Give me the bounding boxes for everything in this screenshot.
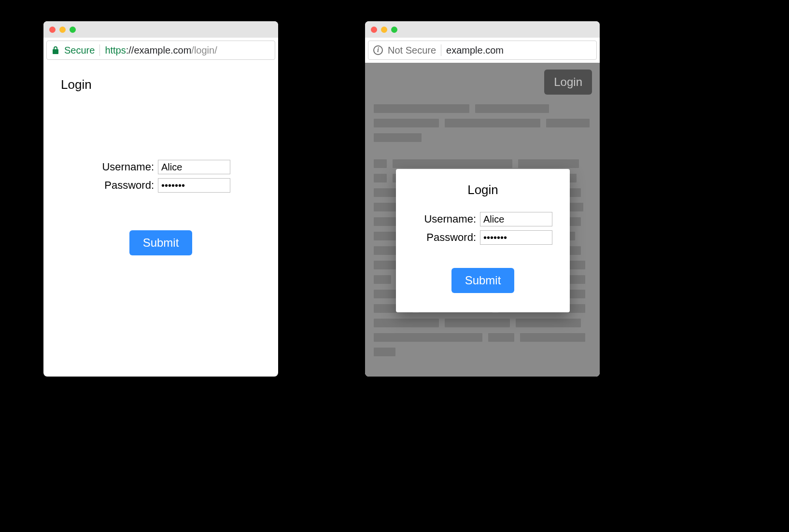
- password-input[interactable]: [158, 178, 230, 193]
- login-form: Username: Password: Submit: [58, 160, 264, 255]
- not-secure-label: Not Secure: [388, 45, 436, 56]
- username-row: Username:: [413, 212, 552, 226]
- password-label: Password:: [91, 179, 154, 192]
- login-modal: Login Username: Password: Submit: [396, 169, 570, 312]
- url-scheme: https: [105, 45, 126, 56]
- login-button[interactable]: Login: [544, 70, 592, 95]
- password-row: Password:: [91, 178, 230, 193]
- username-input[interactable]: [158, 160, 230, 174]
- username-row: Username:: [91, 160, 230, 174]
- address-bar[interactable]: i Not Secure example.com: [368, 41, 597, 60]
- page-content: Login Login Username:: [365, 63, 600, 377]
- window-close-button[interactable]: [371, 27, 377, 33]
- address-bar[interactable]: Secure https://example.com/login/: [46, 41, 275, 60]
- page-title: Login: [61, 77, 264, 92]
- secure-label: Secure: [64, 45, 95, 56]
- password-row: Password:: [413, 230, 552, 245]
- window-close-button[interactable]: [49, 27, 56, 33]
- url-host: ://example.com: [126, 45, 192, 56]
- window-zoom-button[interactable]: [70, 27, 76, 33]
- browser-window-insecure: i Not Secure example.com Login Logi: [365, 21, 600, 377]
- username-label: Username:: [413, 213, 476, 225]
- url-text: example.com: [446, 45, 504, 56]
- submit-button[interactable]: Submit: [129, 230, 193, 255]
- page-content: Login Username: Password: Submit: [43, 63, 278, 270]
- password-input[interactable]: [480, 230, 552, 245]
- address-separator: [99, 44, 100, 56]
- username-input[interactable]: [480, 212, 552, 226]
- username-label: Username:: [91, 161, 154, 173]
- window-minimize-button[interactable]: [381, 27, 387, 33]
- modal-title: Login: [467, 182, 498, 197]
- login-form: Username: Password: Submit: [413, 212, 552, 293]
- submit-button[interactable]: Submit: [451, 268, 515, 293]
- browser-window-secure: Secure https://example.com/login/ Login …: [43, 21, 278, 377]
- url-path: /login/: [191, 45, 217, 56]
- url-text: https://example.com/login/: [105, 45, 217, 56]
- address-separator: [441, 44, 441, 56]
- info-icon: i: [373, 45, 383, 55]
- window-minimize-button[interactable]: [59, 27, 66, 33]
- window-titlebar: [365, 21, 600, 38]
- window-titlebar: [43, 21, 278, 38]
- lock-icon: [52, 46, 59, 55]
- password-label: Password:: [413, 231, 476, 244]
- window-zoom-button[interactable]: [391, 27, 397, 33]
